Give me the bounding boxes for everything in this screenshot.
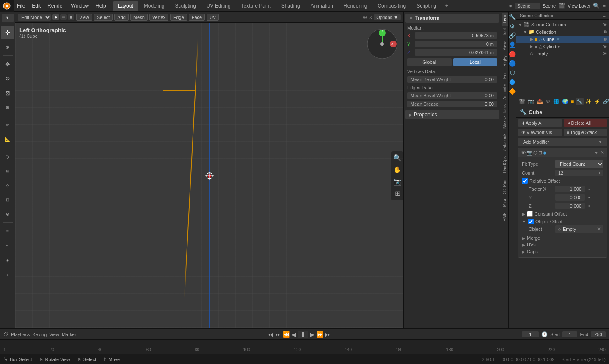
blender-logo[interactable]: [0, 0, 14, 12]
tab-modeling[interactable]: Modeling: [139, 1, 170, 11]
relative-offset-checkbox[interactable]: [522, 178, 528, 184]
sidebar-tab-view[interactable]: View: [502, 39, 508, 53]
tool-inset[interactable]: ⊞: [1, 164, 14, 178]
object-offset-header[interactable]: ▼ Object Offset: [522, 219, 603, 224]
tab-texture-paint[interactable]: Texture Paint: [236, 1, 276, 11]
sidebar-tab-zaloopok[interactable]: Zaloopok: [502, 131, 508, 153]
marker-label[interactable]: Marker: [62, 332, 76, 337]
nav-grid-icon[interactable]: ⊞: [392, 189, 402, 199]
outliner-icon-filter[interactable]: ≡: [603, 13, 606, 18]
mod-vis-realtime[interactable]: 👁: [521, 150, 526, 156]
end-frame-input[interactable]: 250: [591, 331, 606, 337]
prop-icon-constraints[interactable]: 🔗: [602, 98, 609, 105]
tool-measure[interactable]: 📐: [1, 132, 14, 146]
constant-offset-row[interactable]: ▶ Constant Offset: [522, 210, 603, 218]
toggle-stack-btn[interactable]: ≡ Toggle Stack: [564, 129, 608, 136]
mod-expand-icon[interactable]: ▼: [594, 151, 598, 155]
select-menu[interactable]: Select: [94, 14, 113, 21]
caps-row[interactable]: ▶ Caps: [522, 248, 603, 255]
nav-hand-icon[interactable]: ✋: [392, 165, 402, 175]
tool-scale[interactable]: ⊠: [1, 86, 14, 100]
tool-transform[interactable]: ⊞: [1, 101, 14, 114]
addon-icon-9[interactable]: 🔶: [508, 87, 517, 96]
snap-icon[interactable]: ⊕: [363, 14, 367, 20]
x-input[interactable]: -0.59573 m: [415, 32, 497, 39]
tool-extrude[interactable]: ⬡: [1, 150, 14, 163]
sidebar-tab-3dprint[interactable]: 3D-Print: [502, 176, 508, 197]
timeline-ruler[interactable]: 1 20 40 60 80 100 120 140 160 180 200 22…: [0, 340, 609, 354]
edit-mode-dropdown[interactable]: Edit Mode: [18, 14, 51, 21]
addon-icon-7[interactable]: ⬡: [509, 68, 516, 77]
3d-cursor[interactable]: [205, 172, 214, 180]
mod-vis-render[interactable]: 📷: [526, 150, 532, 156]
addon-icon-4[interactable]: 👤: [508, 41, 517, 49]
viewport-vis-btn[interactable]: 👁 Viewport Vis: [518, 129, 562, 136]
object-clear-btn[interactable]: ✕: [597, 226, 601, 232]
prop-icon-output[interactable]: 📤: [536, 98, 544, 105]
global-btn[interactable]: Global: [407, 58, 452, 66]
view-menu[interactable]: View: [76, 14, 92, 21]
merge-row[interactable]: ▶ Merge: [522, 235, 603, 241]
add-modifier-btn[interactable]: Add Modifier ▼: [518, 138, 607, 146]
tool-cursor[interactable]: ⊕: [1, 40, 14, 54]
crease-field[interactable]: Mean Crease 0.00: [407, 101, 497, 107]
add-menu[interactable]: Add: [114, 14, 129, 21]
mod-color-toggle[interactable]: ◆: [543, 150, 546, 156]
tool-move[interactable]: ✥: [1, 57, 14, 71]
edge-mode-btn[interactable]: ━: [60, 14, 67, 20]
tab-compositing[interactable]: Compositing: [372, 1, 411, 11]
vert-mode-btn[interactable]: ●: [52, 14, 59, 20]
addon-icon-3[interactable]: 🔗: [508, 31, 517, 40]
keying-label[interactable]: Keying: [33, 332, 47, 337]
tool-loop-cut[interactable]: ⊟: [1, 193, 14, 206]
tab-scripting[interactable]: Scripting: [411, 1, 441, 11]
top-icon-2[interactable]: 🎬: [558, 3, 565, 9]
sidebar-tab-tool[interactable]: Tool: [502, 26, 508, 38]
timeline-icon[interactable]: ⏱: [3, 331, 8, 337]
empty-eye[interactable]: 👁: [603, 51, 607, 56]
addon-icon-2[interactable]: ⚙: [509, 22, 516, 30]
current-frame-input[interactable]: 1: [522, 331, 539, 337]
delete-all-btn[interactable]: ✕ Delete All: [564, 119, 608, 127]
stop-btn[interactable]: ⏸: [298, 331, 308, 338]
scene-input[interactable]: [515, 3, 540, 9]
tool-shrink[interactable]: ◈: [1, 253, 14, 267]
collection-item[interactable]: ▼ 📁 Collection 👁: [516, 28, 609, 36]
fit-type-dropdown[interactable]: Fixed Count: [555, 160, 603, 168]
constant-offset-checkbox[interactable]: [527, 211, 533, 217]
nav-zoom-icon[interactable]: 🔍: [392, 153, 402, 163]
factor-z-input[interactable]: 0.000: [555, 203, 585, 209]
tab-animation[interactable]: Animation: [306, 1, 338, 11]
z-input[interactable]: -0.027041 m: [415, 49, 497, 56]
sidebar-tab-mira[interactable]: Mira: [502, 196, 508, 209]
prop-icon-scene2[interactable]: 🌐: [552, 98, 560, 105]
uvs-row[interactable]: ▶ UVs: [522, 241, 603, 248]
tab-layout[interactable]: Layout: [113, 1, 138, 11]
object-field[interactable]: ◇ Empty ✕: [555, 225, 603, 233]
vert-bevel-field[interactable]: Mean Bevel Weight 0.00: [407, 76, 497, 83]
nav-camera-icon[interactable]: 📷: [392, 177, 402, 187]
sidebar-tab-pme[interactable]: PME: [502, 210, 508, 224]
transform-header[interactable]: ▼ Transform: [405, 14, 499, 23]
sidebar-tab-animate[interactable]: Animate: [502, 82, 508, 102]
play-end-btn[interactable]: ⏭: [325, 331, 331, 338]
tool-smooth[interactable]: ~: [1, 239, 14, 252]
tool-mode-selector[interactable]: ▼: [2, 14, 14, 22]
addon-icon-8[interactable]: 🔷: [508, 78, 517, 86]
prop-icon-world[interactable]: 🌍: [561, 98, 569, 105]
edge-bevel-field[interactable]: Mean Bevel Weight 0.00: [407, 92, 497, 99]
prop-icon-mod[interactable]: 🔧: [576, 98, 584, 105]
cylinder-eye[interactable]: 👁: [603, 44, 607, 49]
proportional-icon[interactable]: ⊙: [368, 14, 372, 20]
addon-icon-5[interactable]: 🔴: [508, 50, 517, 58]
sidebar-tab-rigfy[interactable]: RigFy: [502, 53, 508, 69]
local-btn[interactable]: Local: [453, 58, 498, 66]
properties-header[interactable]: ▶ Properties: [405, 110, 499, 119]
tab-sculpting[interactable]: Sculpting: [170, 1, 201, 11]
timeline-view-label[interactable]: View: [49, 332, 59, 337]
outliner-empty-item[interactable]: ◇ Empty 👁: [516, 50, 609, 57]
start-frame-input[interactable]: 1: [562, 331, 577, 337]
tool-knife[interactable]: ⊘: [1, 207, 14, 221]
outliner-cube-item[interactable]: ▶ ■ △ Cube ✏ 👁: [516, 36, 609, 43]
scene-collection-eye[interactable]: 👁: [603, 22, 607, 27]
